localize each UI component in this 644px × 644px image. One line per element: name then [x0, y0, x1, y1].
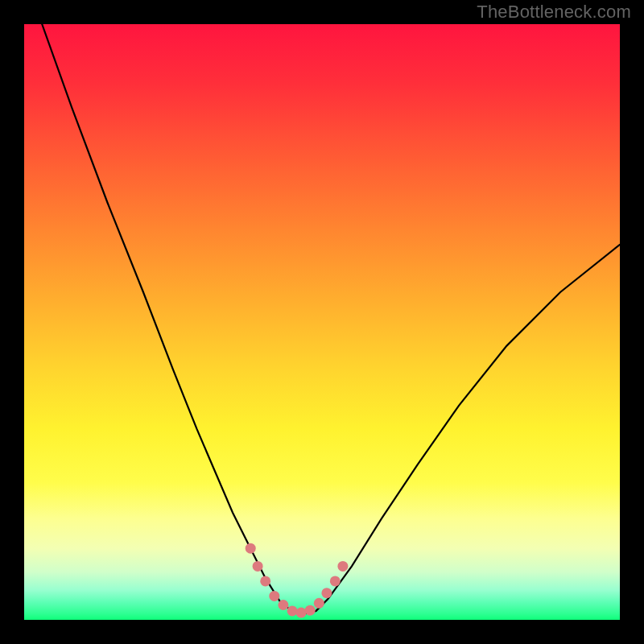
marker-dot [305, 605, 316, 616]
plot-area [24, 24, 620, 620]
marker-dot [253, 561, 263, 572]
curve-svg [24, 24, 620, 620]
bottleneck-curve [42, 24, 620, 614]
marker-dot [246, 543, 256, 554]
marker-dot [278, 600, 288, 610]
marker-dot [337, 561, 348, 572]
watermark-label: TheBottleneck.com [477, 2, 631, 23]
marker-dot [314, 598, 324, 609]
marker-dot [296, 608, 307, 618]
marker-dot [269, 591, 279, 601]
marker-dot [287, 605, 298, 616]
marker-dot [330, 576, 341, 586]
marker-dot [260, 576, 270, 586]
sweet-spot-markers [246, 543, 349, 618]
marker-dot [321, 588, 332, 598]
chart-frame: TheBottleneck.com [0, 0, 644, 644]
